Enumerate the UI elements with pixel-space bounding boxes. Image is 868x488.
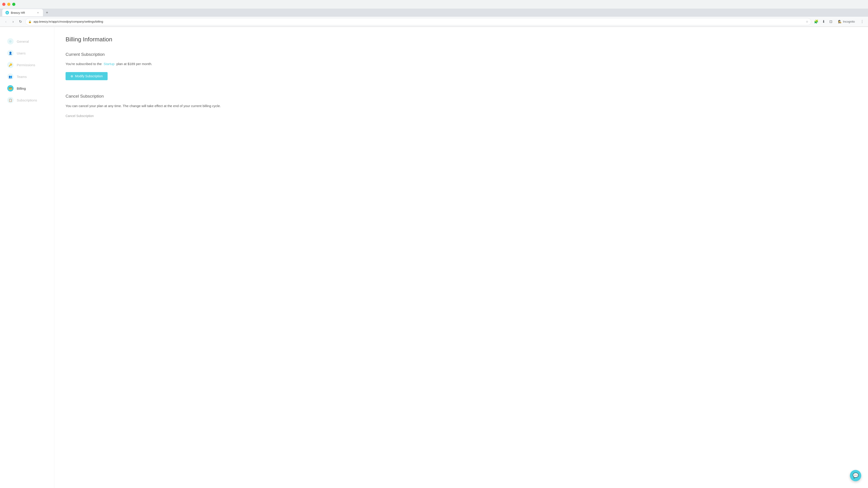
sidebar-label-permissions: Permissions: [17, 63, 35, 67]
incognito-button[interactable]: 🕵 Incognito: [836, 19, 857, 24]
sidebar-item-billing[interactable]: 💳 Billing: [4, 83, 50, 94]
tab-title: Breezy HR: [11, 11, 25, 14]
bookmark-icon: ☆: [806, 20, 808, 23]
extensions-button[interactable]: 🧩: [813, 19, 819, 25]
modify-button-label: Modify Subscription: [75, 74, 103, 78]
general-icon: ⚙: [7, 38, 13, 44]
subscription-description: You're subscribed to the Startup plan at…: [66, 61, 857, 67]
tab-favicon: B: [5, 11, 9, 14]
sidebar-item-subscriptions[interactable]: 📋 Subscriptions: [4, 95, 50, 105]
sidebar-label-users: Users: [17, 51, 26, 55]
refresh-button[interactable]: ↻: [17, 19, 24, 25]
subscription-prefix: You're subscribed to the: [66, 62, 102, 66]
modify-subscription-button[interactable]: ⊕ Modify Subscription: [66, 72, 107, 80]
active-tab[interactable]: B Breezy HR ×: [2, 9, 43, 16]
sidebar-item-teams[interactable]: 👥 Teams: [4, 71, 50, 82]
sidebar: ⚙ General 👤 Users 🔑 Permissions 👥 Teams …: [0, 27, 54, 488]
main-content: Billing Information Current Subscription…: [54, 27, 868, 488]
sidebar-label-teams: Teams: [17, 75, 27, 78]
url-input[interactable]: [33, 20, 804, 23]
window-close-button[interactable]: [2, 3, 5, 6]
sidebar-label-general: General: [17, 39, 29, 43]
cancel-subscription-section: Cancel Subscription You can cancel your …: [66, 94, 857, 118]
menu-button[interactable]: ⋮: [859, 19, 865, 25]
window-controls: [2, 3, 16, 6]
address-bar[interactable]: 🔒 ☆: [25, 18, 811, 25]
cancel-subscription-heading: Cancel Subscription: [66, 94, 857, 99]
cancel-description: You can cancel your plan at any time. Th…: [66, 103, 857, 109]
nav-arrows: ‹ › ↻: [3, 19, 24, 25]
split-button[interactable]: ⊡: [828, 19, 834, 25]
tab-bar: B Breezy HR × +: [0, 8, 868, 17]
sidebar-label-subscriptions: Subscriptions: [17, 98, 37, 102]
permissions-icon: 🔑: [7, 62, 13, 68]
billing-icon: 💳: [7, 85, 13, 92]
sidebar-label-billing: Billing: [17, 87, 26, 90]
subscription-suffix: plan at $189 per month.: [116, 62, 152, 66]
modify-icon: ⊕: [70, 74, 73, 78]
navigation-bar: ‹ › ↻ 🔒 ☆ 🧩 ⬇ ⊡ 🕵 Incognito ⋮: [0, 17, 868, 27]
nav-actions: 🧩 ⬇ ⊡: [813, 19, 834, 25]
window-maximize-button[interactable]: [12, 3, 16, 6]
forward-button[interactable]: ›: [10, 19, 16, 25]
chat-widget-button[interactable]: 💬: [850, 470, 861, 481]
page-title: Billing Information: [66, 36, 857, 43]
users-icon: 👤: [7, 50, 13, 56]
incognito-icon: 🕵: [838, 20, 842, 23]
tab-close-button[interactable]: ×: [36, 11, 40, 14]
download-button[interactable]: ⬇: [820, 19, 827, 25]
teams-icon: 👥: [7, 73, 13, 80]
sidebar-item-general[interactable]: ⚙ General: [4, 36, 50, 47]
back-button[interactable]: ‹: [3, 19, 9, 25]
lock-icon: 🔒: [28, 20, 32, 23]
window-minimize-button[interactable]: [7, 3, 10, 6]
chat-icon: 💬: [852, 473, 859, 479]
app-container: ⚙ General 👤 Users 🔑 Permissions 👥 Teams …: [0, 27, 868, 488]
current-subscription-heading: Current Subscription: [66, 52, 857, 57]
cancel-subscription-button[interactable]: Cancel Subscription: [66, 114, 94, 118]
sidebar-item-permissions[interactable]: 🔑 Permissions: [4, 59, 50, 70]
plan-link[interactable]: Startup: [103, 62, 114, 66]
subscriptions-icon: 📋: [7, 97, 13, 103]
current-subscription-section: Current Subscription You're subscribed t…: [66, 52, 857, 92]
sidebar-item-users[interactable]: 👤 Users: [4, 48, 50, 59]
new-tab-button[interactable]: +: [44, 9, 50, 16]
incognito-label: Incognito: [843, 20, 855, 23]
